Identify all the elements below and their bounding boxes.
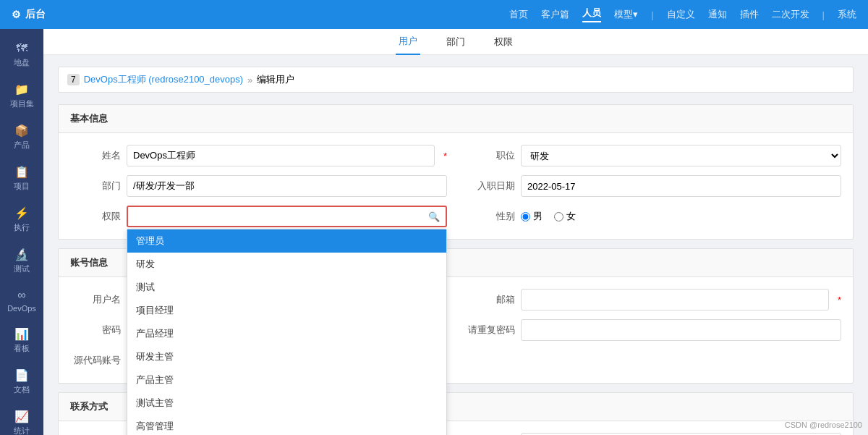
hire-date-input[interactable]	[521, 175, 841, 197]
page-content: 7 DevOps工程师 (redrose2100_devops) » 编辑用户 …	[43, 55, 868, 435]
sidebar-item-stats[interactable]: 📈 统计	[0, 402, 43, 435]
gender-female[interactable]: 女	[554, 210, 576, 223]
name-label: 姓名	[70, 149, 121, 162]
confirm-password-input[interactable]	[521, 319, 841, 341]
content-area: 用户 部门 权限 7 DevOps工程师 (redrose2100_devops…	[43, 29, 868, 435]
nav-notify[interactable]: 通知	[708, 8, 727, 21]
sidebar-item-dashboard[interactable]: 📊 看板	[0, 320, 43, 361]
password-label: 密码	[70, 324, 121, 337]
sidebar-item-doc[interactable]: 📄 文档	[0, 361, 43, 402]
nav-plugin[interactable]: 插件	[740, 8, 759, 21]
basic-info-title: 基本信息	[59, 105, 853, 133]
basic-info-form: 姓名 * 职位 研发	[70, 145, 841, 227]
permission-search-wrapper: 🔍	[127, 206, 447, 227]
department-label: 部门	[70, 180, 121, 193]
top-nav-items: 首页 客户篇 人员 模型▾ | 自定义 通知 插件 二次开发 | 系统	[509, 7, 856, 22]
email-input[interactable]	[521, 289, 829, 311]
permission-row: 权限 🔍 管理员 研发	[70, 206, 447, 227]
email-row: 邮箱 *	[464, 289, 841, 311]
permission-label: 权限	[70, 210, 121, 223]
breadcrumb-project-link[interactable]: DevOps工程师 (redrose2100_devops)	[84, 73, 243, 86]
map-icon: 🗺	[16, 42, 27, 55]
test-icon: 🔬	[14, 248, 29, 261]
sidebar-item-test[interactable]: 🔬 测试	[0, 240, 43, 282]
basic-info-body: 姓名 * 职位 研发	[59, 133, 853, 239]
basic-info-section: 基本信息 姓名 * 职位	[58, 104, 854, 240]
username-label: 用户名	[70, 293, 121, 306]
department-input[interactable]	[127, 175, 447, 197]
position-label: 职位	[464, 149, 515, 162]
gender-label: 性别	[464, 210, 515, 223]
logo: ⚙ 后台	[12, 8, 46, 21]
dropdown-item-product-lead[interactable]: 产品主管	[127, 368, 446, 392]
gender-female-radio[interactable]	[554, 212, 563, 221]
sidebar-item-projects[interactable]: 📁 项目集	[0, 75, 43, 117]
dropdown-item-test-lead[interactable]: 测试主管	[127, 392, 446, 415]
nav-customize[interactable]: 自定义	[667, 8, 695, 21]
name-input[interactable]	[127, 145, 435, 166]
gender-male-radio[interactable]	[521, 212, 530, 221]
breadcrumb: 7 DevOps工程师 (redrose2100_devops) » 编辑用户	[58, 67, 854, 93]
name-row: 姓名 *	[70, 145, 447, 166]
permission-dropdown-wrapper: 🔍 管理员 研发 测试 项目经理 产品经理	[127, 206, 447, 227]
stats-icon: 📈	[14, 410, 29, 423]
email-required: *	[838, 295, 841, 305]
dropdown-item-pm[interactable]: 项目经理	[127, 299, 446, 322]
department-row: 部门	[70, 175, 447, 197]
sub-navigation: 用户 部门 权限	[43, 29, 868, 55]
confirm-password-row: 请重复密码	[464, 319, 841, 341]
sidebar-item-execute[interactable]: ⚡ 执行	[0, 199, 43, 240]
position-row: 职位 研发	[464, 145, 841, 166]
email-label: 邮箱	[464, 293, 515, 306]
subnav-dept[interactable]: 部门	[443, 30, 468, 54]
dropdown-item-rd[interactable]: 研发	[127, 253, 446, 276]
top-navigation: ⚙ 后台 首页 客户篇 人员 模型▾ | 自定义 通知 插件 二次开发 | 系统	[0, 0, 868, 29]
breadcrumb-badge: 7	[67, 74, 80, 85]
gender-radio-group: 男 女	[521, 210, 576, 223]
sidebar-item-project[interactable]: 📋 项目	[0, 158, 43, 199]
subnav-permission[interactable]: 权限	[491, 30, 516, 54]
watermark: CSDN @redrose2100	[785, 421, 862, 429]
nav-dev2[interactable]: 二次开发	[772, 8, 809, 21]
hire-date-label: 入职日期	[464, 180, 515, 193]
nav-personnel[interactable]: 人员	[582, 7, 601, 22]
sidebar-item-map[interactable]: 🗺 地盘	[0, 35, 43, 75]
execute-icon: ⚡	[14, 206, 29, 220]
devops-icon: ∞	[17, 289, 25, 302]
main-area: 7 DevOps工程师 (redrose2100_devops) » 编辑用户 …	[43, 55, 868, 435]
main-layout: 🗺 地盘 📁 项目集 📦 产品 📋 项目 ⚡ 执行 🔬 测试 ∞ DevOps …	[0, 29, 868, 435]
breadcrumb-current: 编辑用户	[257, 73, 294, 86]
confirm-password-label: 请重复密码	[464, 324, 515, 337]
position-select[interactable]: 研发	[521, 145, 841, 166]
nav-system[interactable]: 系统	[838, 8, 856, 21]
dropdown-item-test[interactable]: 测试	[127, 276, 446, 299]
nav-model[interactable]: 模型▾	[614, 8, 638, 21]
sidebar-item-product[interactable]: 📦 产品	[0, 117, 43, 158]
name-required: *	[443, 151, 447, 161]
projects-icon: 📁	[14, 83, 29, 96]
permission-dropdown-list: 管理员 研发 测试 项目经理 产品经理 研发主管 产品主管 测试主管 高管管理	[127, 229, 447, 435]
dropdown-item-admin[interactable]: 管理员	[127, 229, 446, 253]
dropdown-item-rd-lead[interactable]: 研发主管	[127, 345, 446, 368]
dropdown-item-exec[interactable]: 高管管理	[127, 415, 446, 435]
product-icon: 📦	[14, 124, 29, 138]
doc-icon: 📄	[14, 368, 29, 382]
hire-date-row: 入职日期	[464, 175, 841, 197]
dashboard-icon: 📊	[14, 327, 29, 341]
subnav-user[interactable]: 用户	[396, 29, 420, 55]
permission-search-input[interactable]	[128, 211, 422, 222]
nav-customer[interactable]: 客户篇	[541, 8, 569, 21]
sidebar-item-devops[interactable]: ∞ DevOps	[0, 282, 43, 320]
dropdown-item-product-mgr[interactable]: 产品经理	[127, 322, 446, 345]
sidebar: 🗺 地盘 📁 项目集 📦 产品 📋 项目 ⚡ 执行 🔬 测试 ∞ DevOps …	[0, 29, 43, 435]
source-code-label: 源代码账号	[70, 354, 121, 367]
gender-male[interactable]: 男	[521, 210, 542, 223]
search-icon[interactable]: 🔍	[422, 211, 446, 222]
nav-home[interactable]: 首页	[509, 8, 528, 21]
breadcrumb-separator: »	[247, 75, 252, 85]
gender-row: 性别 男 女	[464, 206, 841, 227]
project-icon: 📋	[14, 165, 29, 179]
